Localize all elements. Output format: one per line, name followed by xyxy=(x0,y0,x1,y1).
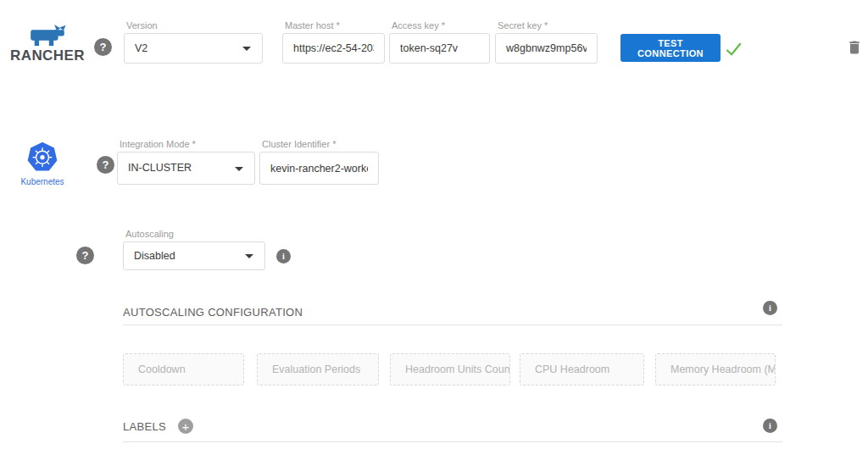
version-value: V2 xyxy=(125,34,262,63)
autoscaling-value: Disabled xyxy=(124,242,264,269)
chevron-down-icon xyxy=(242,47,251,51)
integration-mode-value: IN-CLUSTER xyxy=(118,153,254,184)
info-glyph: i xyxy=(282,252,285,261)
cooldown-input-disabled: Cooldown xyxy=(123,353,244,386)
master-host-label: Master host * xyxy=(285,20,340,31)
labels-section-title: LABELS xyxy=(123,420,166,433)
rancher-logo-text: RANCHER xyxy=(7,47,88,64)
version-label: Version xyxy=(126,20,158,31)
rancher-help-icon[interactable]: ? xyxy=(94,38,112,56)
secret-key-input[interactable] xyxy=(496,34,597,63)
rancher-logo: RANCHER xyxy=(7,24,88,64)
memory-headroom-input-disabled: Memory Headroom (MiB) xyxy=(655,353,776,386)
access-key-label: Access key * xyxy=(392,20,445,31)
help-glyph: ? xyxy=(100,41,107,53)
kubernetes-helm-icon xyxy=(24,141,61,176)
autoscaling-label: Autoscaling xyxy=(125,229,174,239)
access-key-field-wrap: Access key * xyxy=(389,33,490,64)
add-label-button[interactable]: + xyxy=(178,419,193,434)
master-host-input[interactable] xyxy=(283,34,384,63)
test-connection-button[interactable]: TEST CONNECTION xyxy=(620,34,721,62)
autoscaling-help-icon[interactable]: ? xyxy=(76,247,94,264)
kubernetes-logo: Kubernetes xyxy=(15,141,70,186)
chevron-down-icon xyxy=(245,254,253,258)
master-host-field-wrap: Master host * xyxy=(282,33,385,64)
autoscaling-configuration-title: AUTOSCALING CONFIGURATION xyxy=(123,306,303,319)
plus-glyph: + xyxy=(182,420,190,433)
cpu-headroom-input-disabled: CPU Headroom xyxy=(520,353,644,386)
info-glyph: i xyxy=(769,303,771,313)
autoscaling-configuration-info-icon[interactable]: i xyxy=(763,301,777,315)
connection-success-check-icon xyxy=(724,39,743,58)
help-glyph: ? xyxy=(82,249,89,262)
evaluation-periods-input-disabled: Evaluation Periods xyxy=(257,353,379,386)
access-key-input[interactable] xyxy=(390,34,489,63)
autoscaling-configuration-divider xyxy=(123,325,782,325)
kubernetes-logo-text: Kubernetes xyxy=(15,177,70,186)
integration-mode-select[interactable]: Integration Mode * IN-CLUSTER xyxy=(117,152,255,185)
cluster-identifier-field-wrap: Cluster Identifier * xyxy=(259,152,379,185)
secret-key-label: Secret key * xyxy=(498,20,548,31)
rancher-kubernetes-config-page: RANCHER ? Version V2 Master host * Acces… xyxy=(0,0,868,466)
labels-info-icon[interactable]: i xyxy=(763,419,777,433)
delete-trash-icon[interactable] xyxy=(846,37,863,58)
headroom-units-count-input-disabled: Headroom Units Count xyxy=(390,353,510,386)
chevron-down-icon xyxy=(235,167,243,171)
secret-key-field-wrap: Secret key * xyxy=(495,33,598,64)
autoscaling-info-icon[interactable]: i xyxy=(276,249,291,264)
kubernetes-help-icon[interactable]: ? xyxy=(97,156,114,174)
version-select[interactable]: Version V2 xyxy=(124,33,263,64)
cluster-identifier-label: Cluster Identifier * xyxy=(262,139,336,149)
autoscaling-select[interactable]: Autoscaling Disabled xyxy=(123,241,265,270)
cluster-identifier-input[interactable] xyxy=(260,153,378,184)
rancher-bull-icon xyxy=(28,24,67,47)
info-glyph: i xyxy=(769,421,771,430)
help-glyph: ? xyxy=(103,158,109,171)
labels-divider xyxy=(123,441,782,442)
integration-mode-label: Integration Mode * xyxy=(120,139,196,149)
